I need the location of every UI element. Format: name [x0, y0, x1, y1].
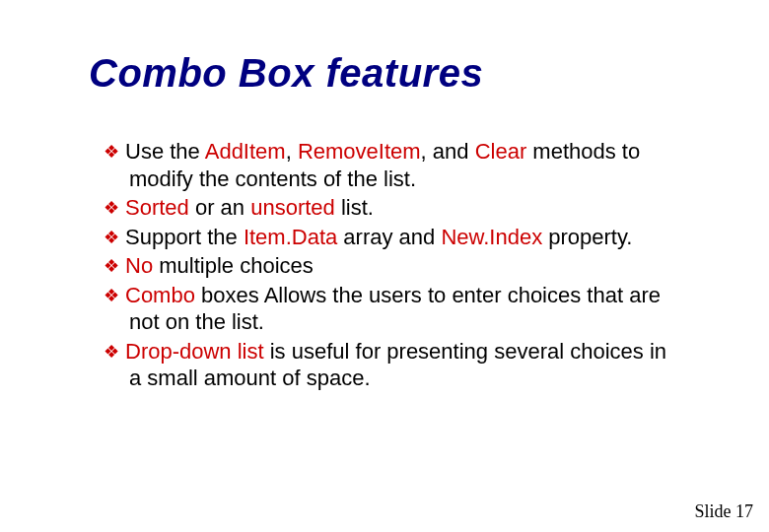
- slide-title: Combo Box features: [89, 51, 483, 96]
- slide-number-value: 17: [735, 501, 753, 521]
- text-plain: ,: [286, 139, 298, 164]
- diamond-bullet-icon: ❖: [104, 286, 119, 305]
- bullet-item: ❖Use the AddItem, RemoveItem, and Clear …: [104, 138, 675, 192]
- slide-number: Slide 17: [694, 501, 753, 522]
- text-plain: Support the: [125, 225, 244, 249]
- text-highlight: Combo: [125, 283, 195, 307]
- text-highlight: New.Index: [441, 225, 542, 249]
- text-highlight: unsorted: [250, 195, 335, 220]
- slide-number-label: Slide: [694, 501, 731, 521]
- diamond-bullet-icon: ❖: [104, 228, 119, 247]
- text-plain: list.: [335, 195, 374, 220]
- bullet-item: ❖Sorted or an unsorted list.: [104, 194, 675, 222]
- text-highlight: Sorted: [125, 195, 189, 220]
- text-plain: property.: [542, 225, 632, 249]
- bullet-item: ❖Support the Item.Data array and New.Ind…: [104, 224, 675, 251]
- bullet-item: ❖Drop-down list is useful for presenting…: [104, 338, 675, 392]
- slide: Combo Box features ❖Use the AddItem, Rem…: [0, 0, 769, 532]
- bullet-item: ❖Combo boxes Allows the users to enter c…: [104, 282, 675, 336]
- slide-body: ❖Use the AddItem, RemoveItem, and Clear …: [104, 138, 675, 394]
- text-plain: , and: [421, 139, 475, 164]
- text-plain: multiple choices: [153, 253, 314, 278]
- text-plain: or an: [189, 195, 250, 220]
- text-highlight: Clear: [475, 139, 527, 164]
- text-highlight: Item.Data: [244, 225, 337, 249]
- diamond-bullet-icon: ❖: [104, 142, 119, 162]
- diamond-bullet-icon: ❖: [104, 342, 119, 362]
- text-plain: Use the: [125, 139, 205, 164]
- text-highlight: Drop-down list: [125, 339, 264, 364]
- text-highlight: No: [125, 253, 153, 278]
- bullet-item: ❖No multiple choices: [104, 252, 675, 280]
- text-plain: boxes Allows the users to enter choices …: [129, 283, 661, 335]
- text-highlight: RemoveItem: [298, 139, 421, 164]
- diamond-bullet-icon: ❖: [104, 256, 119, 276]
- text-highlight: AddItem: [205, 139, 286, 164]
- diamond-bullet-icon: ❖: [104, 198, 119, 218]
- text-plain: array and: [337, 225, 441, 249]
